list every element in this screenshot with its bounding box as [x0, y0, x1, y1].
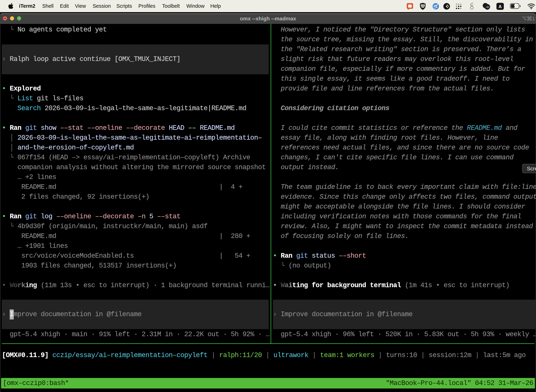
svg-text:A: A — [498, 4, 502, 9]
svg-text:..61: ..61 — [485, 6, 490, 9]
